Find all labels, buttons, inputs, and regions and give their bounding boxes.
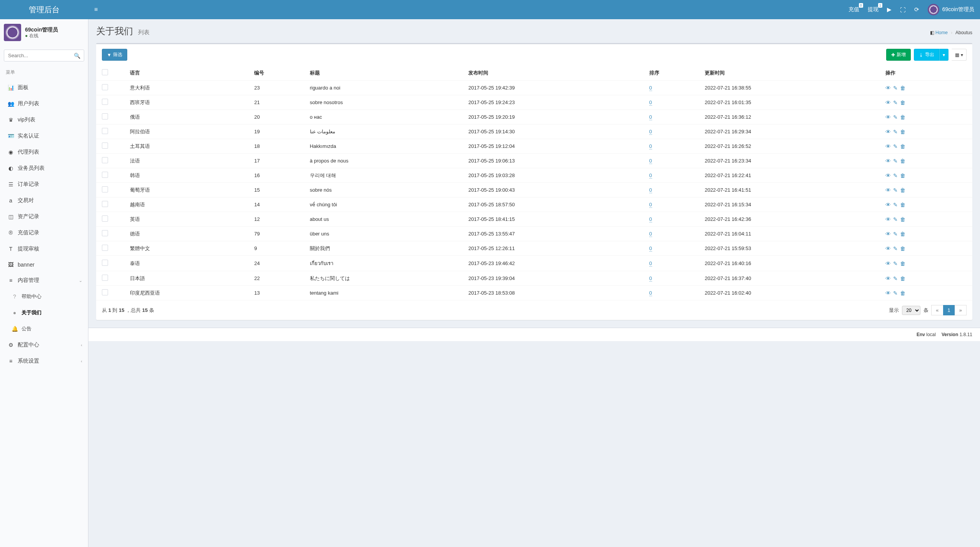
- view-icon[interactable]: 👁: [885, 143, 891, 149]
- delete-icon[interactable]: 🗑: [900, 158, 905, 164]
- search-icon[interactable]: 🔍: [74, 53, 80, 59]
- view-icon[interactable]: 👁: [885, 172, 891, 179]
- sidebar-toggle-icon[interactable]: ≡: [94, 6, 98, 13]
- select-all-checkbox[interactable]: [102, 69, 108, 75]
- row-checkbox[interactable]: [102, 289, 108, 295]
- sidebar-item[interactable]: 👥用户列表: [0, 96, 88, 112]
- page-next[interactable]: »: [955, 305, 967, 315]
- sidebar-item[interactable]: ®充值记录: [0, 225, 88, 241]
- delete-icon[interactable]: 🗑: [900, 143, 905, 149]
- cell-sort[interactable]: 0: [649, 158, 652, 164]
- edit-icon[interactable]: ✎: [893, 143, 898, 149]
- filter-button[interactable]: ▼ 筛选: [102, 49, 127, 61]
- recharge-link[interactable]: 充值 0: [849, 6, 859, 13]
- sidebar-item[interactable]: ◫资产记录: [0, 209, 88, 225]
- view-icon[interactable]: 👁: [885, 158, 891, 164]
- th-updtime[interactable]: 更新时间: [702, 65, 882, 81]
- delete-icon[interactable]: 🗑: [900, 129, 905, 135]
- cell-sort[interactable]: 0: [649, 129, 652, 135]
- page-prev[interactable]: «: [931, 305, 943, 315]
- play-icon[interactable]: ▶: [887, 6, 892, 13]
- view-icon[interactable]: 👁: [885, 187, 891, 193]
- delete-icon[interactable]: 🗑: [900, 260, 905, 267]
- sidebar-item[interactable]: a交易对: [0, 192, 88, 209]
- edit-icon[interactable]: ✎: [893, 290, 898, 296]
- edit-icon[interactable]: ✎: [893, 202, 898, 208]
- edit-icon[interactable]: ✎: [893, 99, 898, 106]
- view-icon[interactable]: 👁: [885, 231, 891, 237]
- cell-sort[interactable]: 0: [649, 290, 652, 296]
- columns-button[interactable]: ▦ ▾: [952, 49, 967, 61]
- delete-icon[interactable]: 🗑: [900, 290, 905, 296]
- cell-sort[interactable]: 0: [649, 202, 652, 208]
- delete-icon[interactable]: 🗑: [900, 114, 905, 120]
- th-sort[interactable]: 排序: [646, 65, 702, 81]
- edit-icon[interactable]: ✎: [893, 172, 898, 179]
- row-checkbox[interactable]: [102, 143, 108, 149]
- delete-icon[interactable]: 🗑: [900, 85, 905, 91]
- sidebar-subitem[interactable]: 🔔公告: [0, 321, 88, 337]
- logo[interactable]: 管理后台: [0, 0, 88, 19]
- th-lang[interactable]: 语言: [127, 65, 251, 81]
- view-icon[interactable]: 👁: [885, 202, 891, 208]
- page-size-select[interactable]: 20: [902, 306, 920, 315]
- export-button[interactable]: ⭳ 导出: [914, 49, 939, 61]
- sidebar-item[interactable]: ☰订单记录: [0, 176, 88, 192]
- sidebar-item[interactable]: 🖼banner: [0, 257, 88, 272]
- sidebar-item[interactable]: 📊面板: [0, 80, 88, 96]
- export-dropdown[interactable]: ▾: [939, 49, 948, 61]
- cell-sort[interactable]: 0: [649, 172, 652, 179]
- row-checkbox[interactable]: [102, 157, 108, 163]
- edit-icon[interactable]: ✎: [893, 129, 898, 135]
- edit-icon[interactable]: ✎: [893, 275, 898, 282]
- cell-sort[interactable]: 0: [649, 85, 652, 91]
- add-button[interactable]: ✚ 新增: [886, 49, 911, 61]
- cell-sort[interactable]: 0: [649, 216, 652, 222]
- edit-icon[interactable]: ✎: [893, 114, 898, 120]
- th-pubtime[interactable]: 发布时间: [465, 65, 646, 81]
- th-title[interactable]: 标题: [307, 65, 466, 81]
- cell-sort[interactable]: 0: [649, 143, 652, 149]
- row-checkbox[interactable]: [102, 245, 108, 251]
- cell-sort[interactable]: 0: [649, 99, 652, 106]
- search-input[interactable]: [4, 50, 84, 61]
- row-checkbox[interactable]: [102, 113, 108, 119]
- row-checkbox[interactable]: [102, 230, 108, 236]
- view-icon[interactable]: 👁: [885, 129, 891, 135]
- row-checkbox[interactable]: [102, 172, 108, 178]
- cell-sort[interactable]: 0: [649, 245, 652, 252]
- row-checkbox[interactable]: [102, 99, 108, 105]
- row-checkbox[interactable]: [102, 260, 108, 266]
- sidebar-subitem[interactable]: ?帮助中心: [0, 288, 88, 305]
- edit-icon[interactable]: ✎: [893, 245, 898, 252]
- row-checkbox[interactable]: [102, 84, 108, 90]
- row-checkbox[interactable]: [102, 128, 108, 134]
- delete-icon[interactable]: 🗑: [900, 99, 905, 106]
- view-icon[interactable]: 👁: [885, 99, 891, 106]
- sidebar-item[interactable]: ♛vip列表: [0, 112, 88, 128]
- delete-icon[interactable]: 🗑: [900, 216, 905, 222]
- edit-icon[interactable]: ✎: [893, 216, 898, 222]
- view-icon[interactable]: 👁: [885, 245, 891, 252]
- edit-icon[interactable]: ✎: [893, 260, 898, 267]
- sidebar-item[interactable]: ◉代理列表: [0, 144, 88, 160]
- sidebar-item[interactable]: 🪪实名认证: [0, 128, 88, 144]
- delete-icon[interactable]: 🗑: [900, 275, 905, 282]
- cell-sort[interactable]: 0: [649, 231, 652, 237]
- sidebar-subitem[interactable]: ●关于我们: [0, 305, 88, 321]
- view-icon[interactable]: 👁: [885, 216, 891, 222]
- view-icon[interactable]: 👁: [885, 85, 891, 91]
- delete-icon[interactable]: 🗑: [900, 187, 905, 193]
- row-checkbox[interactable]: [102, 201, 108, 207]
- delete-icon[interactable]: 🗑: [900, 231, 905, 237]
- user-menu[interactable]: 69coin管理员: [928, 4, 974, 15]
- sidebar-item[interactable]: T提现审核: [0, 241, 88, 257]
- th-code[interactable]: 编号: [251, 65, 306, 81]
- page-current[interactable]: 1: [943, 305, 955, 315]
- cell-sort[interactable]: 0: [649, 114, 652, 120]
- row-checkbox[interactable]: [102, 215, 108, 222]
- view-icon[interactable]: 👁: [885, 260, 891, 267]
- delete-icon[interactable]: 🗑: [900, 202, 905, 208]
- sidebar-item[interactable]: ◐业务员列表: [0, 160, 88, 176]
- sidebar-item-content-mgmt[interactable]: ≡ 内容管理 ⌄: [0, 272, 88, 288]
